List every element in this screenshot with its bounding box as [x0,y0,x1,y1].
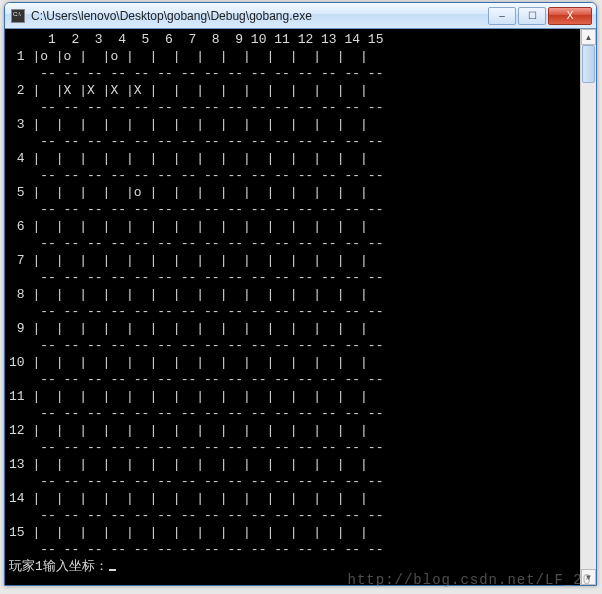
board-row: 14 | | | | | | | | | | | | | | | [9,490,576,507]
titlebar[interactable]: C:\Users\lenovo\Desktop\gobang\Debug\gob… [5,3,596,29]
board-separator: -- -- -- -- -- -- -- -- -- -- -- -- -- -… [9,337,576,354]
board-row: 10 | | | | | | | | | | | | | | | [9,354,576,371]
board-row: 3 | | | | | | | | | | | | | | | [9,116,576,133]
board-row: 13 | | | | | | | | | | | | | | | [9,456,576,473]
board-row: 11 | | | | | | | | | | | | | | | [9,388,576,405]
board-separator: -- -- -- -- -- -- -- -- -- -- -- -- -- -… [9,405,576,422]
board-row: 1 |o |o | |o | | | | | | | | | | | [9,48,576,65]
app-window: C:\Users\lenovo\Desktop\gobang\Debug\gob… [4,2,597,586]
board-separator: -- -- -- -- -- -- -- -- -- -- -- -- -- -… [9,167,576,184]
board-separator: -- -- -- -- -- -- -- -- -- -- -- -- -- -… [9,201,576,218]
board-row: 7 | | | | | | | | | | | | | | | [9,252,576,269]
board-row: 4 | | | | | | | | | | | | | | | [9,150,576,167]
close-button[interactable]: X [548,7,592,25]
scroll-track[interactable] [581,45,596,569]
board-row: 6 | | | | | | | | | | | | | | | [9,218,576,235]
board-separator: -- -- -- -- -- -- -- -- -- -- -- -- -- -… [9,439,576,456]
board-separator: -- -- -- -- -- -- -- -- -- -- -- -- -- -… [9,99,576,116]
scroll-up-button[interactable]: ▲ [581,29,596,45]
console-output[interactable]: 1 2 3 4 5 6 7 8 9 10 11 12 13 14 15 1 |o… [5,29,580,585]
vertical-scrollbar[interactable]: ▲ ▼ [580,29,596,585]
board-row: 5 | | | | |o | | | | | | | | | | [9,184,576,201]
board-row: 8 | | | | | | | | | | | | | | | [9,286,576,303]
window-title: C:\Users\lenovo\Desktop\gobang\Debug\gob… [31,9,486,23]
board-separator: -- -- -- -- -- -- -- -- -- -- -- -- -- -… [9,371,576,388]
board-separator: -- -- -- -- -- -- -- -- -- -- -- -- -- -… [9,303,576,320]
board-row: 9 | | | | | | | | | | | | | | | [9,320,576,337]
board-separator: -- -- -- -- -- -- -- -- -- -- -- -- -- -… [9,473,576,490]
board-row: 12 | | | | | | | | | | | | | | | [9,422,576,439]
text-cursor [109,569,116,571]
board-row: 15 | | | | | | | | | | | | | | | [9,524,576,541]
board-separator: -- -- -- -- -- -- -- -- -- -- -- -- -- -… [9,541,576,558]
client-area: 1 2 3 4 5 6 7 8 9 10 11 12 13 14 15 1 |o… [5,29,596,585]
input-prompt[interactable]: 玩家1输入坐标： [9,558,576,575]
board-separator: -- -- -- -- -- -- -- -- -- -- -- -- -- -… [9,507,576,524]
minimize-button[interactable]: – [488,7,516,25]
scroll-down-button[interactable]: ▼ [581,569,596,585]
board-separator: -- -- -- -- -- -- -- -- -- -- -- -- -- -… [9,269,576,286]
board-row: 2 | |X |X |X |X | | | | | | | | | | [9,82,576,99]
board-separator: -- -- -- -- -- -- -- -- -- -- -- -- -- -… [9,235,576,252]
board-column-headers: 1 2 3 4 5 6 7 8 9 10 11 12 13 14 15 [9,31,576,48]
board-separator: -- -- -- -- -- -- -- -- -- -- -- -- -- -… [9,65,576,82]
app-icon [11,9,25,23]
window-control-group: – ☐ X [486,7,592,25]
board-separator: -- -- -- -- -- -- -- -- -- -- -- -- -- -… [9,133,576,150]
scroll-thumb[interactable] [582,45,595,83]
maximize-button[interactable]: ☐ [518,7,546,25]
